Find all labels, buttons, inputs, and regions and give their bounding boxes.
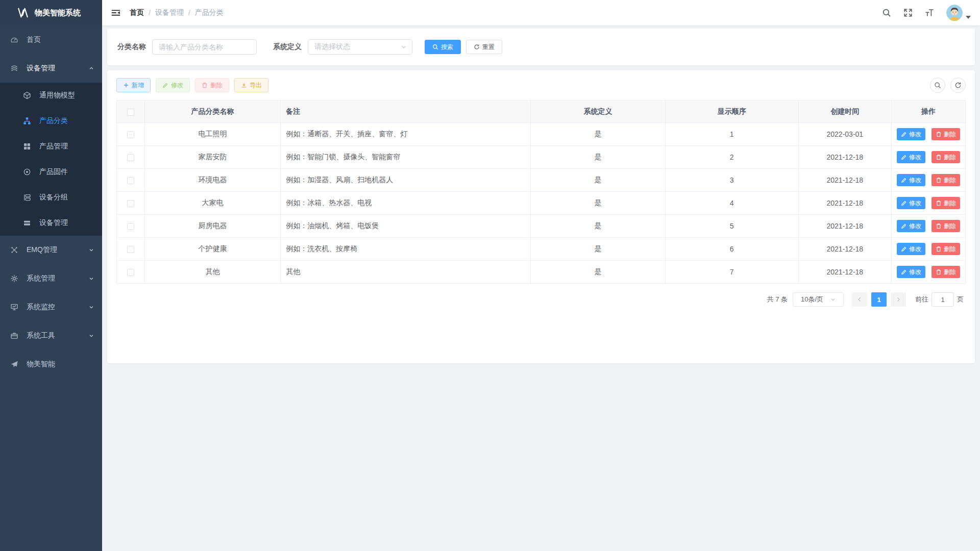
breadcrumb-product-category: 产品分类 <box>195 8 224 17</box>
row-checkbox[interactable] <box>127 246 134 253</box>
sidebar-item-label: 物美智能 <box>27 360 55 369</box>
navbar-right <box>882 5 971 21</box>
row-edit-button[interactable]: 修改 <box>897 266 925 278</box>
sidebar-item-wumei-smart-link[interactable]: 物美智能 <box>0 350 102 379</box>
edit-button[interactable]: 修改 <box>156 78 190 92</box>
sidebar-item-label: 系统工具 <box>27 331 55 340</box>
prev-page-button[interactable] <box>852 292 867 307</box>
row-delete-button[interactable]: 删除 <box>932 151 960 163</box>
row-checkbox[interactable] <box>127 177 134 184</box>
toggle-search-button[interactable] <box>930 78 945 93</box>
page-size-select[interactable]: 10条/页 <box>793 292 844 307</box>
font-size-icon[interactable] <box>925 8 934 17</box>
sidebar-item-device-group[interactable]: 设备分组 <box>0 185 102 210</box>
cell-remark: 例如：油烟机、烤箱、电饭煲 <box>281 215 531 238</box>
cell-display-order: 2 <box>665 146 798 169</box>
fullscreen-icon[interactable] <box>903 8 913 17</box>
row-checkbox[interactable] <box>127 200 134 207</box>
header-display-order: 显示顺序 <box>665 101 798 123</box>
cube-icon <box>23 91 31 99</box>
cell-system-defined: 是 <box>531 146 665 169</box>
page-number-1[interactable]: 1 <box>871 292 887 307</box>
row-delete-button[interactable]: 删除 <box>932 174 960 186</box>
table-row: 家居安防 例如：智能门锁、摄像头、智能窗帘 是 2 2021-12-18 修改 … <box>117 146 966 169</box>
refresh-button[interactable] <box>950 78 966 93</box>
cell-created-time: 2021-12-18 <box>798 146 891 169</box>
cell-category-name: 家居安防 <box>145 146 281 169</box>
cell-display-order: 3 <box>665 169 798 192</box>
pagination-total: 共 7 条 <box>767 295 788 304</box>
sidebar-item-system-tools[interactable]: 系统工具 <box>0 321 102 350</box>
add-button[interactable]: 新增 <box>116 78 151 92</box>
sidebar-item-label: 系统监控 <box>27 303 55 312</box>
breadcrumb-home[interactable]: 首页 <box>130 8 144 17</box>
delete-button[interactable]: 删除 <box>195 78 229 92</box>
chevron-down-icon <box>401 44 407 50</box>
row-delete-button[interactable]: 删除 <box>932 128 960 140</box>
row-checkbox[interactable] <box>127 154 134 161</box>
goto-page-input[interactable] <box>932 292 954 307</box>
row-checkbox[interactable] <box>127 269 134 276</box>
sidebar-item-device-management-sub[interactable]: 设备管理 <box>0 210 102 236</box>
cell-created-time: 2021-12-18 <box>798 215 891 238</box>
search-icon[interactable] <box>882 8 891 17</box>
row-edit-button[interactable]: 修改 <box>897 151 925 163</box>
sidebar-item-emq-management[interactable]: EMQ管理 <box>0 236 102 264</box>
row-delete-button[interactable]: 删除 <box>932 266 960 278</box>
sidebar-item-product-management[interactable]: 产品管理 <box>0 134 102 159</box>
row-edit-button[interactable]: 修改 <box>897 220 925 232</box>
row-edit-button[interactable]: 修改 <box>897 197 925 209</box>
page-unit-label: 页 <box>957 295 964 304</box>
sidebar-item-system-management[interactable]: 系统管理 <box>0 264 102 293</box>
row-delete-button[interactable]: 删除 <box>932 243 960 255</box>
sidebar-item-thing-model[interactable]: 通用物模型 <box>0 83 102 108</box>
cell-display-order: 7 <box>665 261 798 284</box>
cell-system-defined: 是 <box>531 169 665 192</box>
sidebar-item-label: 通用物模型 <box>39 91 75 100</box>
briefcase-icon <box>10 332 18 340</box>
cell-category-name: 个护健康 <box>145 238 281 261</box>
cell-remark: 例如：洗衣机、按摩椅 <box>281 238 531 261</box>
export-button[interactable]: 导出 <box>234 78 268 92</box>
app-title: 物美智能系统 <box>35 8 81 18</box>
search-button[interactable]: 搜索 <box>425 40 461 54</box>
user-menu[interactable] <box>946 5 971 21</box>
header-remark: 备注 <box>281 101 531 123</box>
row-checkbox[interactable] <box>127 131 134 138</box>
sidebar-item-label: 系统管理 <box>27 274 55 283</box>
row-delete-button[interactable]: 删除 <box>932 197 960 209</box>
app-logo[interactable]: 物美智能系统 <box>0 0 102 26</box>
sidebar-item-product-category[interactable]: 产品分类 <box>0 108 102 134</box>
reset-button[interactable]: 重置 <box>466 40 502 54</box>
row-delete-button[interactable]: 删除 <box>932 220 960 232</box>
avatar[interactable] <box>946 5 963 21</box>
cell-system-defined: 是 <box>531 261 665 284</box>
breadcrumb: 首页 / 设备管理 / 产品分类 <box>130 8 224 17</box>
cell-created-time: 2022-03-01 <box>798 123 891 146</box>
cell-category-name: 其他 <box>145 261 281 284</box>
target-icon <box>23 168 31 176</box>
layers-icon <box>10 64 18 72</box>
hamburger-fold-icon[interactable] <box>111 8 120 17</box>
sidebar-item-label: 首页 <box>27 35 41 44</box>
sidebar-item-product-firmware[interactable]: 产品固件 <box>0 159 102 185</box>
next-page-button[interactable] <box>891 292 906 307</box>
server-group-icon <box>23 193 31 202</box>
sidebar-item-device-management[interactable]: 设备管理 <box>0 54 102 83</box>
breadcrumb-separator: / <box>149 9 151 17</box>
select-all-checkbox[interactable] <box>127 109 134 116</box>
sidebar-item-home[interactable]: 首页 <box>0 26 102 54</box>
category-name-input[interactable] <box>152 39 257 55</box>
cell-remark: 例如：智能门锁、摄像头、智能窗帘 <box>281 146 531 169</box>
cell-remark: 例如：冰箱、热水器、电视 <box>281 192 531 215</box>
sidebar-item-system-monitor[interactable]: 系统监控 <box>0 293 102 321</box>
status-select[interactable]: 请选择状态 <box>308 39 412 55</box>
row-checkbox[interactable] <box>127 223 134 230</box>
sidebar-item-label: 设备分组 <box>39 193 68 202</box>
cell-display-order: 1 <box>665 123 798 146</box>
row-edit-button[interactable]: 修改 <box>897 128 925 140</box>
logo-icon <box>17 7 29 18</box>
row-edit-button[interactable]: 修改 <box>897 174 925 186</box>
cell-category-name: 电工照明 <box>145 123 281 146</box>
row-edit-button[interactable]: 修改 <box>897 243 925 255</box>
